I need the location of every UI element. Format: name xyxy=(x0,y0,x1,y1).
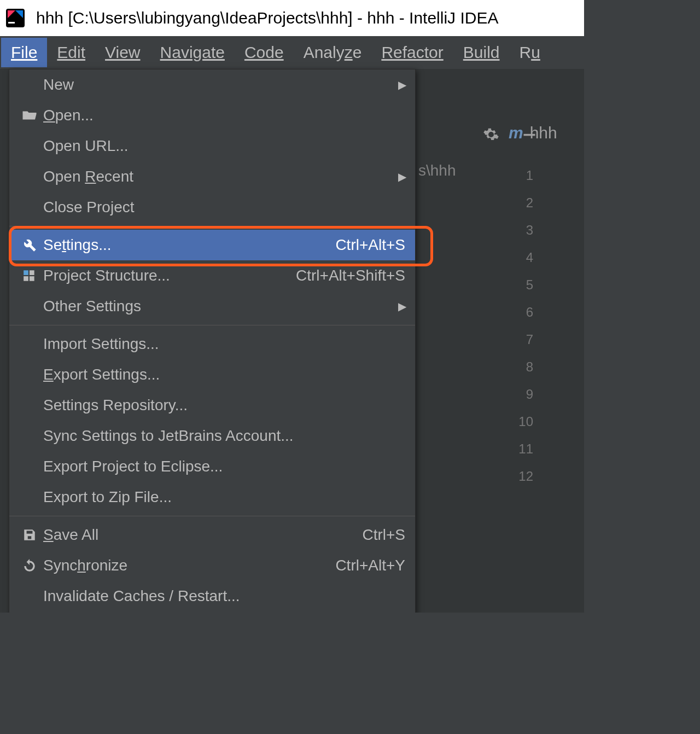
menu-run[interactable]: Ru xyxy=(510,38,550,67)
menu-item-export-settings[interactable]: Export Settings... xyxy=(9,359,415,390)
menu-item-open-url[interactable]: Open URL... xyxy=(9,131,415,161)
line-number: 4 xyxy=(511,244,533,271)
tab-label: hhh xyxy=(530,124,557,142)
line-number: 7 xyxy=(511,326,533,353)
line-number: 9 xyxy=(511,381,533,408)
menu-item-import-settings[interactable]: Import Settings... xyxy=(9,329,415,359)
menu-bar: File Edit View Navigate Code Analyze Ref… xyxy=(0,36,584,69)
folder-open-icon xyxy=(16,107,43,124)
line-number: 12 xyxy=(511,463,533,490)
shortcut-text: Ctrl+Alt+Shift+S xyxy=(296,267,409,284)
svg-rect-1 xyxy=(8,22,15,24)
menu-item-new[interactable]: New ▶ xyxy=(9,69,415,100)
save-icon xyxy=(16,528,43,542)
submenu-arrow-icon: ▶ xyxy=(398,300,406,313)
menu-item-other-settings[interactable]: Other Settings ▶ xyxy=(9,291,415,322)
menu-item-export-eclipse[interactable]: Export Project to Eclipse... xyxy=(9,451,415,482)
menu-edit[interactable]: Edit xyxy=(47,38,95,67)
menu-separator xyxy=(9,325,415,325)
line-number: 2 xyxy=(511,189,533,217)
menu-separator xyxy=(9,516,415,516)
menu-separator xyxy=(9,226,415,226)
intellij-logo-icon xyxy=(5,8,25,28)
title-bar: hhh [C:\Users\lubingyang\IdeaProjects\hh… xyxy=(0,0,584,36)
menu-item-close-project[interactable]: Close Project xyxy=(9,192,415,223)
menu-item-project-structure[interactable]: Project Structure... Ctrl+Alt+Shift+S xyxy=(9,260,415,291)
line-number: 6 xyxy=(511,299,533,326)
svg-rect-3 xyxy=(24,270,28,275)
svg-rect-5 xyxy=(24,276,28,281)
menu-item-export-zip[interactable]: Export to Zip File... xyxy=(9,482,415,512)
submenu-arrow-icon: ▶ xyxy=(398,78,406,91)
menu-item-open-recent[interactable]: Open Recent ▶ xyxy=(9,161,415,192)
menu-item-settings-repository[interactable]: Settings Repository... xyxy=(9,390,415,421)
shortcut-text: Ctrl+Alt+S xyxy=(335,236,409,254)
menu-item-synchronize[interactable]: Synchronize Ctrl+Alt+Y xyxy=(9,550,415,581)
menu-code[interactable]: Code xyxy=(235,38,294,67)
file-menu-dropdown: New ▶ Open... Open URL... Open Recent ▶ … xyxy=(9,69,416,613)
wrench-icon xyxy=(16,237,43,253)
shortcut-text: Ctrl+Alt+Y xyxy=(335,557,409,574)
window-title: hhh [C:\Users\lubingyang\IdeaProjects\hh… xyxy=(36,9,498,27)
editor-gutter: 1 2 3 4 5 6 7 8 9 10 11 12 xyxy=(511,162,533,490)
svg-rect-4 xyxy=(30,270,34,275)
line-number: 11 xyxy=(511,435,533,463)
shortcut-text: Ctrl+S xyxy=(362,526,409,544)
breadcrumb-fragment: s\hhh xyxy=(418,162,456,179)
line-number: 8 xyxy=(511,353,533,381)
menu-item-open[interactable]: Open... xyxy=(9,100,415,131)
menu-item-save-all[interactable]: Save All Ctrl+S xyxy=(9,520,415,550)
gear-icon[interactable] xyxy=(480,124,502,145)
menu-item-settings[interactable]: Settings... Ctrl+Alt+S xyxy=(9,230,415,260)
menu-navigate[interactable]: Navigate xyxy=(150,38,235,67)
line-number: 1 xyxy=(511,162,533,189)
sync-icon xyxy=(16,558,43,573)
project-structure-icon xyxy=(16,269,43,283)
menu-item-sync-settings[interactable]: Sync Settings to JetBrains Account... xyxy=(9,421,415,451)
svg-rect-6 xyxy=(30,276,34,281)
menu-view[interactable]: View xyxy=(95,38,150,67)
menu-analyze[interactable]: Analyze xyxy=(294,38,372,67)
file-type-icon: m xyxy=(509,124,523,142)
menu-item-invalidate-caches[interactable]: Invalidate Caches / Restart... xyxy=(9,581,415,611)
editor-tab[interactable]: m hhh xyxy=(509,124,557,142)
submenu-arrow-icon: ▶ xyxy=(398,170,406,183)
line-number: 10 xyxy=(511,408,533,435)
line-number: 5 xyxy=(511,271,533,299)
menu-refactor[interactable]: Refactor xyxy=(371,38,453,67)
menu-build[interactable]: Build xyxy=(453,38,510,67)
menu-file[interactable]: File xyxy=(1,38,47,67)
line-number: 3 xyxy=(511,217,533,244)
